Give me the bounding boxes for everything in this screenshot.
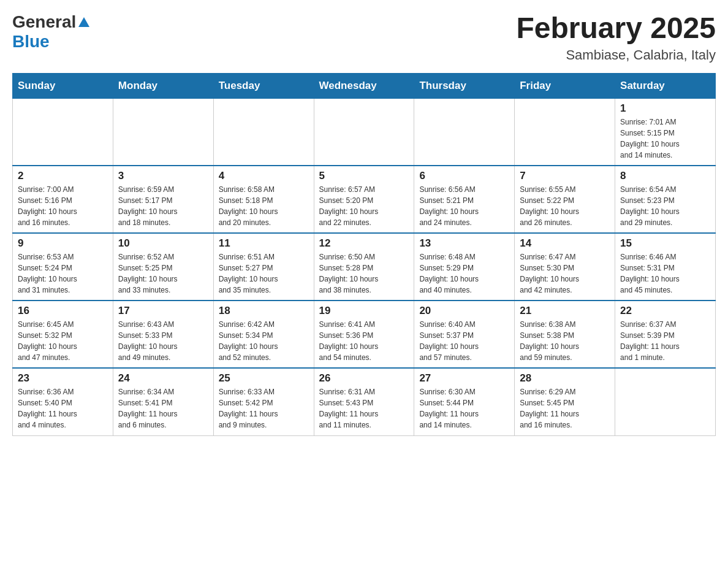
day-number: 22: [620, 305, 710, 317]
location-title: Sambiase, Calabria, Italy: [516, 47, 716, 63]
calendar-cell: 26Sunrise: 6:31 AM Sunset: 5:43 PM Dayli…: [314, 368, 414, 435]
day-number: 15: [620, 237, 710, 250]
calendar-cell: 14Sunrise: 6:47 AM Sunset: 5:30 PM Dayli…: [515, 233, 615, 301]
day-info: Sunrise: 6:34 AM Sunset: 5:41 PM Dayligh…: [118, 386, 208, 431]
calendar-cell: [414, 98, 515, 166]
calendar-week-1: 1Sunrise: 7:01 AM Sunset: 5:15 PM Daylig…: [13, 98, 716, 166]
calendar-week-5: 23Sunrise: 6:36 AM Sunset: 5:40 PM Dayli…: [13, 368, 716, 435]
calendar-cell: 17Sunrise: 6:43 AM Sunset: 5:33 PM Dayli…: [113, 301, 213, 368]
day-number: 28: [520, 372, 610, 385]
weekday-header-sunday: Sunday: [13, 73, 113, 98]
calendar-cell: 8Sunrise: 6:54 AM Sunset: 5:23 PM Daylig…: [615, 166, 716, 233]
title-area: February 2025 Sambiase, Calabria, Italy: [516, 12, 716, 63]
day-info: Sunrise: 6:55 AM Sunset: 5:22 PM Dayligh…: [520, 184, 610, 228]
day-number: 17: [118, 305, 208, 317]
logo-general-text: General: [12, 12, 76, 32]
calendar-cell: 4Sunrise: 6:58 AM Sunset: 5:18 PM Daylig…: [213, 166, 314, 233]
calendar-cell: 28Sunrise: 6:29 AM Sunset: 5:45 PM Dayli…: [515, 368, 615, 435]
day-number: 6: [419, 170, 509, 182]
day-info: Sunrise: 6:41 AM Sunset: 5:36 PM Dayligh…: [319, 319, 409, 363]
day-info: Sunrise: 6:47 AM Sunset: 5:30 PM Dayligh…: [520, 251, 610, 296]
weekday-header-row: SundayMondayTuesdayWednesdayThursdayFrid…: [13, 73, 716, 98]
day-number: 2: [18, 170, 108, 182]
weekday-header-wednesday: Wednesday: [314, 73, 414, 98]
day-number: 25: [219, 372, 309, 385]
day-info: Sunrise: 6:56 AM Sunset: 5:21 PM Dayligh…: [419, 184, 509, 228]
calendar-week-3: 9Sunrise: 6:53 AM Sunset: 5:24 PM Daylig…: [13, 233, 716, 301]
day-info: Sunrise: 6:29 AM Sunset: 5:45 PM Dayligh…: [520, 386, 610, 431]
day-number: 12: [319, 237, 409, 250]
day-number: 7: [520, 170, 610, 182]
calendar-cell: 9Sunrise: 6:53 AM Sunset: 5:24 PM Daylig…: [13, 233, 113, 301]
calendar-cell: 15Sunrise: 6:46 AM Sunset: 5:31 PM Dayli…: [615, 233, 716, 301]
day-number: 9: [18, 237, 108, 250]
day-info: Sunrise: 6:50 AM Sunset: 5:28 PM Dayligh…: [319, 251, 409, 296]
calendar-cell: 23Sunrise: 6:36 AM Sunset: 5:40 PM Dayli…: [13, 368, 113, 435]
calendar-cell: 20Sunrise: 6:40 AM Sunset: 5:37 PM Dayli…: [414, 301, 515, 368]
day-number: 16: [18, 305, 108, 317]
day-info: Sunrise: 6:33 AM Sunset: 5:42 PM Dayligh…: [219, 386, 309, 431]
day-info: Sunrise: 6:46 AM Sunset: 5:31 PM Dayligh…: [620, 251, 710, 296]
calendar-week-4: 16Sunrise: 6:45 AM Sunset: 5:32 PM Dayli…: [13, 301, 716, 368]
logo: General Blue: [12, 12, 89, 52]
day-number: 10: [118, 237, 208, 250]
day-info: Sunrise: 7:01 AM Sunset: 5:15 PM Dayligh…: [620, 117, 710, 161]
calendar-cell: 18Sunrise: 6:42 AM Sunset: 5:34 PM Dayli…: [213, 301, 314, 368]
day-info: Sunrise: 6:42 AM Sunset: 5:34 PM Dayligh…: [219, 319, 309, 363]
weekday-header-saturday: Saturday: [615, 73, 716, 98]
day-info: Sunrise: 6:59 AM Sunset: 5:17 PM Dayligh…: [118, 184, 208, 228]
month-title: February 2025: [516, 12, 716, 45]
calendar-cell: 11Sunrise: 6:51 AM Sunset: 5:27 PM Dayli…: [213, 233, 314, 301]
day-number: 26: [319, 372, 409, 385]
calendar-cell: [615, 368, 716, 435]
day-number: 11: [219, 237, 309, 250]
calendar-cell: 1Sunrise: 7:01 AM Sunset: 5:15 PM Daylig…: [615, 98, 716, 166]
day-info: Sunrise: 6:51 AM Sunset: 5:27 PM Dayligh…: [219, 251, 309, 296]
day-info: Sunrise: 6:38 AM Sunset: 5:38 PM Dayligh…: [520, 319, 610, 363]
day-info: Sunrise: 6:31 AM Sunset: 5:43 PM Dayligh…: [319, 386, 409, 431]
calendar-cell: 6Sunrise: 6:56 AM Sunset: 5:21 PM Daylig…: [414, 166, 515, 233]
day-number: 3: [118, 170, 208, 182]
calendar-cell: 7Sunrise: 6:55 AM Sunset: 5:22 PM Daylig…: [515, 166, 615, 233]
day-number: 1: [620, 102, 710, 115]
day-info: Sunrise: 6:53 AM Sunset: 5:24 PM Dayligh…: [18, 251, 108, 296]
calendar-cell: 13Sunrise: 6:48 AM Sunset: 5:29 PM Dayli…: [414, 233, 515, 301]
weekday-header-monday: Monday: [113, 73, 213, 98]
calendar-cell: [113, 98, 213, 166]
calendar-cell: 5Sunrise: 6:57 AM Sunset: 5:20 PM Daylig…: [314, 166, 414, 233]
day-number: 13: [419, 237, 509, 250]
day-info: Sunrise: 6:45 AM Sunset: 5:32 PM Dayligh…: [18, 319, 108, 363]
calendar-week-2: 2Sunrise: 7:00 AM Sunset: 5:16 PM Daylig…: [13, 166, 716, 233]
day-info: Sunrise: 6:58 AM Sunset: 5:18 PM Dayligh…: [219, 184, 309, 228]
day-info: Sunrise: 6:54 AM Sunset: 5:23 PM Dayligh…: [620, 184, 710, 228]
logo-blue-text: Blue: [12, 32, 50, 52]
calendar-cell: 3Sunrise: 6:59 AM Sunset: 5:17 PM Daylig…: [113, 166, 213, 233]
calendar-cell: 10Sunrise: 6:52 AM Sunset: 5:25 PM Dayli…: [113, 233, 213, 301]
calendar-cell: [515, 98, 615, 166]
calendar-cell: 22Sunrise: 6:37 AM Sunset: 5:39 PM Dayli…: [615, 301, 716, 368]
calendar-table: SundayMondayTuesdayWednesdayThursdayFrid…: [12, 73, 716, 436]
weekday-header-thursday: Thursday: [414, 73, 515, 98]
day-number: 20: [419, 305, 509, 317]
calendar-cell: [314, 98, 414, 166]
calendar-cell: 2Sunrise: 7:00 AM Sunset: 5:16 PM Daylig…: [13, 166, 113, 233]
day-number: 23: [18, 372, 108, 385]
calendar-cell: 25Sunrise: 6:33 AM Sunset: 5:42 PM Dayli…: [213, 368, 314, 435]
calendar-cell: [213, 98, 314, 166]
day-info: Sunrise: 6:30 AM Sunset: 5:44 PM Dayligh…: [419, 386, 509, 431]
day-number: 18: [219, 305, 309, 317]
day-info: Sunrise: 6:36 AM Sunset: 5:40 PM Dayligh…: [18, 386, 108, 431]
calendar-cell: 27Sunrise: 6:30 AM Sunset: 5:44 PM Dayli…: [414, 368, 515, 435]
day-info: Sunrise: 7:00 AM Sunset: 5:16 PM Dayligh…: [18, 184, 108, 228]
page-header: General Blue February 2025 Sambiase, Cal…: [12, 12, 716, 63]
calendar-cell: [13, 98, 113, 166]
weekday-header-tuesday: Tuesday: [213, 73, 314, 98]
calendar-cell: 12Sunrise: 6:50 AM Sunset: 5:28 PM Dayli…: [314, 233, 414, 301]
day-number: 19: [319, 305, 409, 317]
calendar-cell: 16Sunrise: 6:45 AM Sunset: 5:32 PM Dayli…: [13, 301, 113, 368]
day-info: Sunrise: 6:40 AM Sunset: 5:37 PM Dayligh…: [419, 319, 509, 363]
day-number: 8: [620, 170, 710, 182]
day-info: Sunrise: 6:37 AM Sunset: 5:39 PM Dayligh…: [620, 319, 710, 363]
day-info: Sunrise: 6:57 AM Sunset: 5:20 PM Dayligh…: [319, 184, 409, 228]
day-info: Sunrise: 6:48 AM Sunset: 5:29 PM Dayligh…: [419, 251, 509, 296]
